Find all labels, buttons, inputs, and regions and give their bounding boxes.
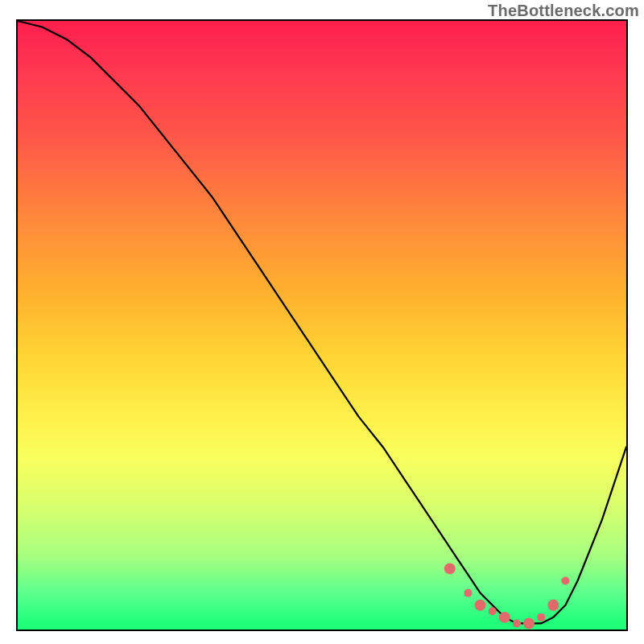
optimal-marker	[444, 563, 456, 574]
optimal-marker	[499, 612, 510, 623]
bottleneck-curve	[18, 21, 626, 623]
optimal-marker	[547, 600, 559, 611]
optimal-marker	[489, 607, 497, 615]
optimal-marker	[561, 577, 569, 585]
optimal-marker	[537, 613, 545, 621]
optimal-marker	[475, 600, 486, 611]
optimal-marker	[464, 589, 472, 597]
optimal-marker	[513, 619, 521, 627]
chart-stage: TheBottleneck.com	[0, 0, 644, 644]
watermark-text: TheBottleneck.com	[488, 2, 639, 20]
plot-area	[16, 19, 628, 631]
chart-overlay	[18, 21, 626, 630]
optimal-marker	[523, 617, 535, 629]
